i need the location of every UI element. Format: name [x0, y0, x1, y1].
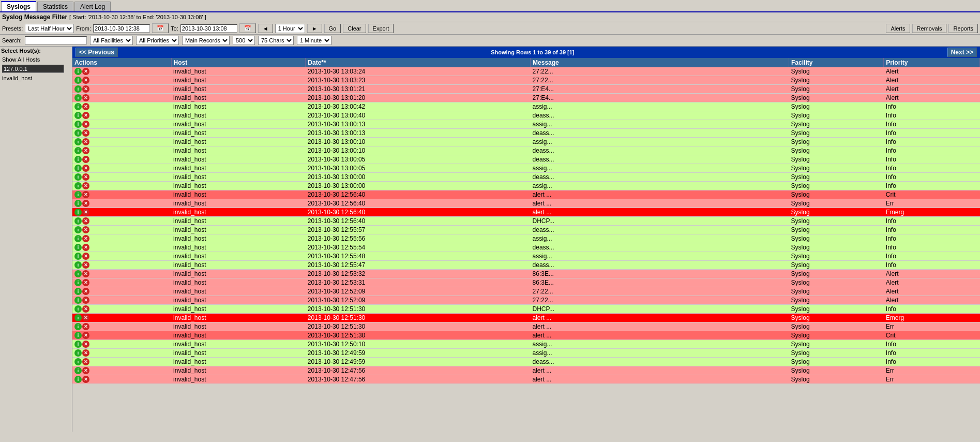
info-icon[interactable]: i — [74, 323, 82, 330]
close-icon[interactable]: ✕ — [82, 367, 89, 374]
info-icon[interactable]: i — [74, 112, 82, 119]
info-icon[interactable]: i — [74, 314, 82, 321]
reports-button[interactable]: Reports — [948, 24, 978, 33]
info-icon[interactable]: i — [74, 332, 82, 339]
limit-select[interactable]: 500 — [233, 36, 255, 45]
info-icon[interactable]: i — [74, 253, 82, 260]
close-icon[interactable]: ✕ — [82, 226, 89, 233]
info-icon[interactable]: i — [74, 129, 82, 137]
info-icon[interactable]: i — [74, 341, 82, 348]
sidebar-item-ip[interactable] — [1, 63, 71, 75]
info-icon[interactable]: i — [74, 235, 82, 242]
info-icon[interactable]: i — [74, 182, 82, 189]
info-icon[interactable]: i — [74, 68, 82, 75]
close-icon[interactable]: ✕ — [82, 121, 89, 128]
info-icon[interactable]: i — [74, 209, 82, 216]
info-icon[interactable]: i — [74, 244, 82, 251]
info-icon[interactable]: i — [74, 305, 82, 313]
info-icon[interactable]: i — [74, 138, 82, 145]
close-icon[interactable]: ✕ — [82, 358, 89, 365]
close-icon[interactable]: ✕ — [82, 156, 89, 163]
close-icon[interactable]: ✕ — [82, 209, 89, 216]
close-icon[interactable]: ✕ — [82, 103, 89, 110]
close-icon[interactable]: ✕ — [82, 244, 89, 251]
chars-select[interactable]: 75 Chars — [258, 36, 294, 45]
info-icon[interactable]: i — [74, 376, 82, 383]
info-icon[interactable]: i — [74, 173, 82, 181]
close-icon[interactable]: ✕ — [82, 270, 89, 277]
info-icon[interactable]: i — [74, 77, 82, 84]
close-icon[interactable]: ✕ — [82, 77, 89, 84]
info-icon[interactable]: i — [74, 147, 82, 154]
info-icon[interactable]: i — [74, 156, 82, 163]
info-icon[interactable]: i — [74, 121, 82, 128]
info-icon[interactable]: i — [74, 297, 82, 304]
interval2-select[interactable]: 1 Minute — [297, 36, 331, 45]
next-interval-btn[interactable]: ► — [307, 24, 322, 33]
close-icon[interactable]: ✕ — [82, 349, 89, 357]
close-icon[interactable]: ✕ — [82, 323, 89, 330]
close-icon[interactable]: ✕ — [82, 191, 89, 198]
info-icon[interactable]: i — [74, 367, 82, 374]
close-icon[interactable]: ✕ — [82, 112, 89, 119]
close-icon[interactable]: ✕ — [82, 332, 89, 339]
close-icon[interactable]: ✕ — [82, 297, 89, 304]
info-icon[interactable]: i — [74, 200, 82, 207]
info-icon[interactable]: i — [74, 288, 82, 295]
cal-from-btn[interactable]: 📅 — [152, 23, 169, 33]
close-icon[interactable]: ✕ — [82, 261, 89, 269]
close-icon[interactable]: ✕ — [82, 314, 89, 321]
close-icon[interactable]: ✕ — [82, 341, 89, 348]
close-icon[interactable]: ✕ — [82, 217, 89, 225]
removals-button[interactable]: Removals — [912, 24, 947, 33]
close-icon[interactable]: ✕ — [82, 305, 89, 313]
sidebar-item-show-all[interactable]: Show All Hosts — [1, 56, 71, 63]
interval-select[interactable]: 1 Hour 30 Min 15 Min — [275, 24, 305, 33]
close-icon[interactable]: ✕ — [82, 147, 89, 154]
prev-page-btn[interactable]: << Previous — [76, 48, 118, 57]
close-icon[interactable]: ✕ — [82, 173, 89, 181]
close-icon[interactable]: ✕ — [82, 138, 89, 145]
info-icon[interactable]: i — [74, 261, 82, 269]
view-select[interactable]: Main Records — [182, 36, 230, 45]
from-input[interactable] — [93, 24, 150, 33]
close-icon[interactable]: ✕ — [82, 288, 89, 295]
tab-alert-log[interactable]: Alert Log — [74, 2, 111, 11]
info-icon[interactable]: i — [74, 85, 82, 93]
next-page-btn[interactable]: Next >> — [947, 48, 977, 57]
prev-interval-btn[interactable]: ◄ — [258, 24, 273, 33]
clear-button[interactable]: Clear — [343, 24, 366, 33]
facilities-select[interactable]: All Facilities — [90, 36, 133, 45]
close-icon[interactable]: ✕ — [82, 85, 89, 93]
close-icon[interactable]: ✕ — [82, 376, 89, 383]
tab-syslogs[interactable]: Syslogs — [1, 1, 36, 11]
info-icon[interactable]: i — [74, 217, 82, 225]
close-icon[interactable]: ✕ — [82, 165, 89, 172]
presets-select[interactable]: Last Half Hour Last Hour Last Day — [25, 24, 74, 33]
close-icon[interactable]: ✕ — [82, 129, 89, 137]
close-icon[interactable]: ✕ — [82, 279, 89, 286]
info-icon[interactable]: i — [74, 270, 82, 277]
close-icon[interactable]: ✕ — [82, 182, 89, 189]
close-icon[interactable]: ✕ — [82, 200, 89, 207]
info-icon[interactable]: i — [74, 191, 82, 198]
tab-statistics[interactable]: Statistics — [37, 2, 73, 11]
info-icon[interactable]: i — [74, 226, 82, 233]
info-icon[interactable]: i — [74, 165, 82, 172]
close-icon[interactable]: ✕ — [82, 253, 89, 260]
info-icon[interactable]: i — [74, 349, 82, 357]
close-icon[interactable]: ✕ — [82, 68, 89, 75]
priorities-select[interactable]: All Priorities — [136, 36, 179, 45]
info-icon[interactable]: i — [74, 94, 82, 101]
sidebar-host-input[interactable] — [2, 65, 64, 73]
export-button[interactable]: Export — [368, 24, 394, 33]
close-icon[interactable]: ✕ — [82, 94, 89, 101]
sidebar-item-invalid[interactable]: invalid_host — [1, 75, 71, 82]
info-icon[interactable]: i — [74, 358, 82, 365]
cal-to-btn[interactable]: 📅 — [239, 23, 256, 33]
go-button[interactable]: Go — [324, 24, 341, 33]
to-input[interactable] — [180, 24, 237, 33]
close-icon[interactable]: ✕ — [82, 235, 89, 242]
alerts-button[interactable]: Alerts — [886, 24, 910, 33]
info-icon[interactable]: i — [74, 103, 82, 110]
